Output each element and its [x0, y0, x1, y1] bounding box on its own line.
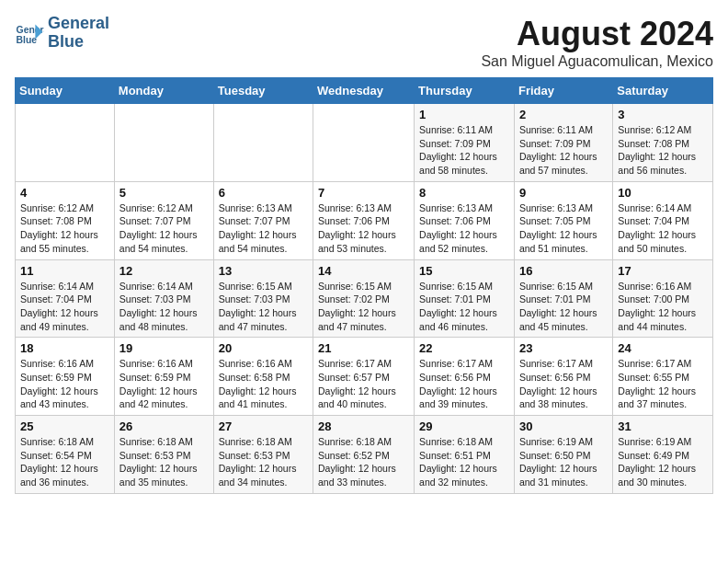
calendar-cell: 18Sunrise: 6:16 AM Sunset: 6:59 PM Dayli… — [16, 338, 115, 416]
calendar-cell — [16, 104, 115, 182]
day-info: Sunrise: 6:13 AM Sunset: 7:05 PM Dayligh… — [519, 201, 608, 256]
logo-text: General Blue — [48, 15, 109, 52]
calendar-cell: 27Sunrise: 6:18 AM Sunset: 6:53 PM Dayli… — [213, 416, 313, 494]
day-number: 15 — [419, 264, 509, 278]
day-number: 23 — [519, 341, 608, 355]
day-number: 1 — [419, 108, 509, 121]
day-number: 11 — [20, 264, 109, 278]
calendar-week-row: 1Sunrise: 6:11 AM Sunset: 7:09 PM Daylig… — [16, 104, 713, 182]
day-number: 10 — [618, 186, 708, 200]
day-number: 22 — [419, 341, 509, 355]
day-info: Sunrise: 6:18 AM Sunset: 6:53 PM Dayligh… — [219, 435, 308, 489]
calendar-cell: 28Sunrise: 6:18 AM Sunset: 6:52 PM Dayli… — [313, 416, 415, 494]
day-info: Sunrise: 6:14 AM Sunset: 7:04 PM Dayligh… — [618, 201, 708, 256]
calendar-cell: 2Sunrise: 6:11 AM Sunset: 7:09 PM Daylig… — [514, 104, 612, 182]
day-number: 24 — [618, 341, 708, 355]
calendar-cell: 20Sunrise: 6:16 AM Sunset: 6:58 PM Dayli… — [213, 338, 313, 416]
day-number: 4 — [20, 186, 109, 200]
day-info: Sunrise: 6:19 AM Sunset: 6:49 PM Dayligh… — [618, 435, 708, 489]
day-info: Sunrise: 6:13 AM Sunset: 7:06 PM Dayligh… — [318, 201, 409, 256]
day-info: Sunrise: 6:14 AM Sunset: 7:03 PM Dayligh… — [119, 280, 209, 334]
day-number: 28 — [318, 419, 409, 433]
day-header-sunday: Sunday — [16, 78, 115, 104]
calendar-cell — [313, 104, 415, 182]
day-number: 17 — [618, 264, 708, 278]
calendar-cell: 8Sunrise: 6:13 AM Sunset: 7:06 PM Daylig… — [415, 181, 515, 259]
title-area: August 2024 San Miguel Aguacomulican, Me… — [481, 15, 713, 70]
calendar-cell: 1Sunrise: 6:11 AM Sunset: 7:09 PM Daylig… — [415, 104, 515, 182]
calendar-cell: 14Sunrise: 6:15 AM Sunset: 7:02 PM Dayli… — [313, 259, 415, 338]
day-info: Sunrise: 6:18 AM Sunset: 6:52 PM Dayligh… — [318, 435, 409, 489]
calendar-cell: 22Sunrise: 6:17 AM Sunset: 6:56 PM Dayli… — [415, 338, 515, 416]
day-number: 21 — [318, 341, 409, 355]
calendar-cell: 23Sunrise: 6:17 AM Sunset: 6:56 PM Dayli… — [514, 338, 612, 416]
calendar-cell: 16Sunrise: 6:15 AM Sunset: 7:01 PM Dayli… — [514, 259, 612, 338]
day-number: 7 — [318, 186, 409, 200]
calendar-cell: 4Sunrise: 6:12 AM Sunset: 7:08 PM Daylig… — [16, 181, 115, 259]
location-title: San Miguel Aguacomulican, Mexico — [481, 53, 713, 70]
day-number: 19 — [119, 341, 209, 355]
day-number: 8 — [419, 186, 509, 200]
calendar-cell: 21Sunrise: 6:17 AM Sunset: 6:57 PM Dayli… — [313, 338, 415, 416]
calendar-cell — [114, 104, 213, 182]
day-info: Sunrise: 6:16 AM Sunset: 6:59 PM Dayligh… — [20, 357, 109, 411]
day-info: Sunrise: 6:12 AM Sunset: 7:08 PM Dayligh… — [20, 201, 109, 256]
day-number: 6 — [219, 186, 308, 200]
svg-text:Blue: Blue — [17, 35, 38, 45]
day-number: 30 — [519, 419, 608, 433]
day-number: 5 — [119, 186, 209, 200]
calendar-cell: 19Sunrise: 6:16 AM Sunset: 6:59 PM Dayli… — [114, 338, 213, 416]
day-info: Sunrise: 6:12 AM Sunset: 7:08 PM Dayligh… — [618, 123, 708, 178]
calendar-cell: 25Sunrise: 6:18 AM Sunset: 6:54 PM Dayli… — [16, 416, 115, 494]
day-number: 27 — [219, 419, 308, 433]
day-header-wednesday: Wednesday — [313, 78, 415, 104]
calendar-header-row: SundayMondayTuesdayWednesdayThursdayFrid… — [16, 78, 713, 104]
day-number: 9 — [519, 186, 608, 200]
calendar-cell: 11Sunrise: 6:14 AM Sunset: 7:04 PM Dayli… — [16, 259, 115, 338]
calendar-cell: 9Sunrise: 6:13 AM Sunset: 7:05 PM Daylig… — [514, 181, 612, 259]
day-info: Sunrise: 6:14 AM Sunset: 7:04 PM Dayligh… — [20, 280, 109, 334]
calendar-cell: 29Sunrise: 6:18 AM Sunset: 6:51 PM Dayli… — [415, 416, 515, 494]
calendar-cell: 5Sunrise: 6:12 AM Sunset: 7:07 PM Daylig… — [114, 181, 213, 259]
calendar-week-row: 25Sunrise: 6:18 AM Sunset: 6:54 PM Dayli… — [16, 416, 713, 494]
day-info: Sunrise: 6:12 AM Sunset: 7:07 PM Dayligh… — [119, 201, 209, 256]
calendar-cell: 17Sunrise: 6:16 AM Sunset: 7:00 PM Dayli… — [613, 259, 713, 338]
day-info: Sunrise: 6:18 AM Sunset: 6:51 PM Dayligh… — [419, 435, 509, 489]
calendar-cell: 7Sunrise: 6:13 AM Sunset: 7:06 PM Daylig… — [313, 181, 415, 259]
day-number: 12 — [119, 264, 209, 278]
day-number: 16 — [519, 264, 608, 278]
day-header-monday: Monday — [114, 78, 213, 104]
calendar-cell: 26Sunrise: 6:18 AM Sunset: 6:53 PM Dayli… — [114, 416, 213, 494]
logo: General Blue General Blue — [15, 15, 109, 52]
day-header-saturday: Saturday — [613, 78, 713, 104]
day-number: 29 — [419, 419, 509, 433]
day-info: Sunrise: 6:16 AM Sunset: 6:58 PM Dayligh… — [219, 357, 308, 411]
day-number: 13 — [219, 264, 308, 278]
calendar-cell: 30Sunrise: 6:19 AM Sunset: 6:50 PM Dayli… — [514, 416, 612, 494]
day-number: 3 — [618, 108, 708, 121]
page-header: General Blue General Blue August 2024 Sa… — [15, 15, 713, 70]
month-title: August 2024 — [481, 15, 713, 53]
day-info: Sunrise: 6:16 AM Sunset: 7:00 PM Dayligh… — [618, 280, 708, 334]
day-number: 2 — [519, 108, 608, 121]
day-info: Sunrise: 6:18 AM Sunset: 6:53 PM Dayligh… — [119, 435, 209, 489]
logo-icon: General Blue — [15, 18, 44, 48]
calendar-cell: 13Sunrise: 6:15 AM Sunset: 7:03 PM Dayli… — [213, 259, 313, 338]
day-number: 14 — [318, 264, 409, 278]
calendar-cell: 24Sunrise: 6:17 AM Sunset: 6:55 PM Dayli… — [613, 338, 713, 416]
day-header-thursday: Thursday — [415, 78, 515, 104]
day-info: Sunrise: 6:15 AM Sunset: 7:02 PM Dayligh… — [318, 280, 409, 334]
calendar-cell — [213, 104, 313, 182]
calendar-table: SundayMondayTuesdayWednesdayThursdayFrid… — [15, 77, 713, 494]
day-info: Sunrise: 6:13 AM Sunset: 7:07 PM Dayligh… — [219, 201, 308, 256]
day-info: Sunrise: 6:18 AM Sunset: 6:54 PM Dayligh… — [20, 435, 109, 489]
calendar-cell: 12Sunrise: 6:14 AM Sunset: 7:03 PM Dayli… — [114, 259, 213, 338]
calendar-week-row: 4Sunrise: 6:12 AM Sunset: 7:08 PM Daylig… — [16, 181, 713, 259]
day-info: Sunrise: 6:17 AM Sunset: 6:57 PM Dayligh… — [318, 357, 409, 411]
calendar-cell: 31Sunrise: 6:19 AM Sunset: 6:49 PM Dayli… — [613, 416, 713, 494]
day-info: Sunrise: 6:15 AM Sunset: 7:03 PM Dayligh… — [219, 280, 308, 334]
day-number: 26 — [119, 419, 209, 433]
day-number: 18 — [20, 341, 109, 355]
calendar-cell: 10Sunrise: 6:14 AM Sunset: 7:04 PM Dayli… — [613, 181, 713, 259]
day-number: 20 — [219, 341, 308, 355]
